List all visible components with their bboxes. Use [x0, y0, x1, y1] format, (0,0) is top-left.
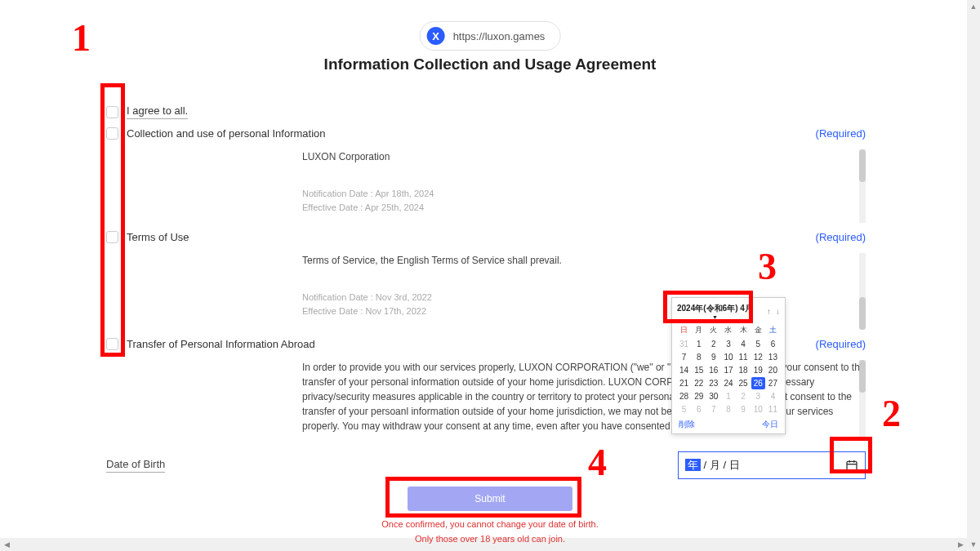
required-badge: (Required)	[816, 231, 866, 243]
calendar-day[interactable]: 31	[677, 338, 691, 350]
panel-scrollbar[interactable]	[859, 253, 866, 330]
annotation-box-3	[663, 291, 753, 323]
logo-letter: X	[432, 30, 439, 42]
calendar-day[interactable]: 22	[692, 377, 706, 389]
calendar-day[interactable]: 27	[766, 377, 780, 389]
collection-company: LUXON Corporation	[302, 149, 866, 164]
calendar-day[interactable]: 15	[692, 364, 706, 376]
calendar-day[interactable]: 1	[721, 390, 735, 402]
dob-label: Date of Birth	[106, 458, 165, 473]
calendar-day[interactable]: 8	[692, 351, 706, 363]
calendar-day[interactable]: 10	[721, 351, 735, 363]
calendar-day[interactable]: 14	[677, 364, 691, 376]
calendar-day[interactable]: 21	[677, 377, 691, 389]
calendar-day[interactable]: 10	[751, 403, 765, 415]
calendar-day[interactable]: 3	[721, 338, 735, 350]
calendar-day[interactable]: 23	[706, 377, 720, 389]
page-scrollbar-vertical[interactable]: ▲ ▼	[967, 0, 980, 551]
panel-scrollbar[interactable]	[859, 149, 866, 223]
annotation-number-4: 4	[588, 441, 607, 484]
calendar-day[interactable]: 12	[751, 351, 765, 363]
collection-label: Collection and use of personal Informati…	[127, 127, 326, 140]
calendar-day[interactable]: 25	[737, 377, 751, 389]
transfer-label: Transfer of Personal Information Abroad	[127, 338, 315, 350]
today-button[interactable]: 今日	[762, 419, 778, 430]
annotation-box-1	[100, 83, 125, 357]
dow-header: 土	[766, 323, 780, 337]
calendar-day[interactable]: 2	[706, 338, 720, 350]
dow-header: 火	[706, 323, 720, 337]
calendar-grid: 日月火水木金土311234567891011121314151617181920…	[677, 323, 780, 415]
calendar-day[interactable]: 8	[721, 403, 735, 415]
calendar-day[interactable]: 9	[706, 351, 720, 363]
page-title: Information Collection and Usage Agreeme…	[324, 56, 657, 73]
calendar-day[interactable]: 4	[766, 390, 780, 402]
dob-year-placeholder: 年	[685, 459, 701, 471]
dow-header: 日	[677, 323, 691, 337]
next-month-icon[interactable]: ↓	[776, 307, 780, 316]
calendar-day[interactable]: 18	[737, 364, 751, 376]
calendar-day[interactable]: 20	[766, 364, 780, 376]
required-badge: (Required)	[816, 127, 866, 140]
annotation-box-2	[830, 437, 872, 473]
calendar-day[interactable]: 24	[721, 377, 735, 389]
annotation-number-2: 2	[882, 392, 901, 435]
annotation-box-4	[385, 477, 581, 518]
dow-header: 金	[751, 323, 765, 337]
calendar-day[interactable]: 19	[751, 364, 765, 376]
agree-all-label: I agree to all.	[127, 104, 188, 119]
calendar-day[interactable]: 7	[706, 403, 720, 415]
calendar-day[interactable]: 13	[766, 351, 780, 363]
calendar-day[interactable]: 6	[766, 338, 780, 350]
annotation-number-1: 1	[72, 16, 91, 60]
panel-scrollbar[interactable]	[859, 360, 866, 438]
tou-body: Terms of Service, the English Terms of S…	[302, 253, 866, 268]
calendar-day[interactable]: 29	[692, 390, 706, 402]
calendar-day[interactable]: 9	[737, 403, 751, 415]
tou-label: Terms of Use	[127, 231, 189, 243]
calendar-day[interactable]: 7	[677, 351, 691, 363]
footer-warning-1: Once confirmed, you cannot change your d…	[381, 519, 598, 529]
required-badge: (Required)	[816, 338, 866, 350]
prev-month-icon[interactable]: ↑	[767, 307, 771, 316]
dob-value: 年 / 月 / 日	[685, 458, 740, 473]
scroll-right-icon[interactable]: ▶	[954, 538, 967, 551]
annotation-number-3: 3	[758, 245, 777, 288]
calendar-day[interactable]: 16	[706, 364, 720, 376]
calendar-day[interactable]: 5	[751, 338, 765, 350]
dow-header: 木	[737, 323, 751, 337]
calendar-day[interactable]: 11	[766, 403, 780, 415]
calendar-day[interactable]: 3	[751, 390, 765, 402]
dow-header: 月	[692, 323, 706, 337]
dob-rest-placeholder: / 月 / 日	[701, 459, 740, 471]
collection-text-panel: LUXON Corporation Notification Date : Ap…	[302, 149, 866, 223]
calendar-day[interactable]: 17	[721, 364, 735, 376]
calendar-day[interactable]: 2	[737, 390, 751, 402]
scroll-down-icon[interactable]: ▼	[967, 538, 980, 551]
site-logo-icon: X	[427, 27, 445, 45]
calendar-day[interactable]: 26	[751, 377, 765, 389]
calendar-day[interactable]: 11	[737, 351, 751, 363]
url-display: X https://luxon.games	[420, 21, 561, 51]
clear-date-button[interactable]: 削除	[679, 419, 695, 430]
calendar-day[interactable]: 30	[706, 390, 720, 402]
calendar-day[interactable]: 4	[737, 338, 751, 350]
site-url: https://luxon.games	[453, 30, 546, 42]
scroll-up-icon[interactable]: ▲	[967, 0, 980, 13]
collection-meta1: Notification Date : Apr 18th, 2024	[302, 187, 866, 201]
calendar-day[interactable]: 1	[692, 338, 706, 350]
calendar-day[interactable]: 6	[692, 403, 706, 415]
calendar-day[interactable]: 5	[677, 403, 691, 415]
scroll-track[interactable]	[967, 13, 980, 538]
scroll-left-icon[interactable]: ◀	[0, 538, 13, 551]
collection-meta2: Effective Date : Apr 25th, 2024	[302, 201, 866, 215]
calendar-day[interactable]: 28	[677, 390, 691, 402]
dow-header: 水	[721, 323, 735, 337]
footer-warning-2: Only those over 18 years old can join.	[415, 534, 565, 544]
